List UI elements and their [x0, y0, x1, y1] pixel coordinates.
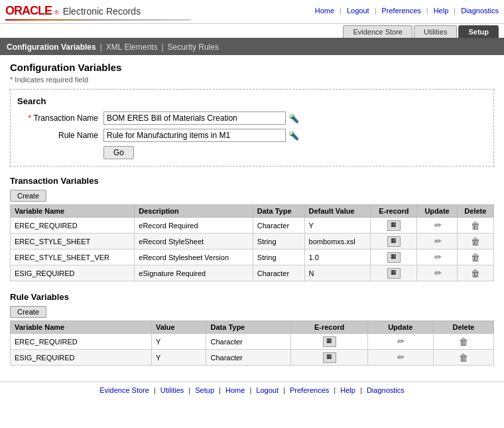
col-update: Update — [417, 205, 457, 218]
footer-sep-7: | — [360, 386, 362, 394]
footer-setup[interactable]: Setup — [195, 386, 214, 394]
logo-underline — [5, 19, 191, 21]
rv-update-2[interactable]: ✏ — [367, 350, 433, 366]
tv-var-name-3: EREC_STYLE_SHEET_VER — [11, 250, 135, 265]
breadcrumb-security-rules[interactable]: Security Rules — [168, 42, 219, 52]
rule-variables-create-button[interactable]: Create — [10, 306, 46, 318]
rv-value-1: Y — [151, 334, 206, 350]
transaction-variables-header-row: Variable Name Description Data Type Defa… — [11, 205, 494, 218]
tv-update-3[interactable]: ✏ — [417, 250, 457, 265]
go-button[interactable]: Go — [103, 146, 134, 159]
tab-bar: Evidence Store Utilities Setup — [0, 24, 504, 39]
col-variable-name: Variable Name — [11, 205, 135, 218]
rule-name-label: Rule Name — [17, 131, 103, 140]
tv-dtype-3: String — [253, 250, 304, 265]
rv-update-1[interactable]: ✏ — [367, 334, 433, 350]
tv-update-1[interactable]: ✏ — [417, 218, 457, 234]
rv-delete-2[interactable]: 🗑 — [433, 350, 493, 366]
rv-delete-1[interactable]: 🗑 — [433, 334, 493, 350]
col-default-value: Default Value — [304, 205, 371, 218]
footer-sep-2: | — [188, 386, 190, 394]
tv-erecord-2[interactable]: ▦ — [371, 234, 417, 250]
tv-desc-4: eSignature Required — [135, 265, 253, 281]
tab-evidence-store[interactable]: Evidence Store — [343, 25, 412, 38]
table-row: EREC_STYLE_SHEET eRecord StyleSheet Stri… — [11, 234, 494, 250]
rule-name-search-icon[interactable]: 🔦 — [288, 131, 299, 141]
tv-delete-4[interactable]: 🗑 — [457, 265, 493, 281]
table-row: ESIG_REQUIRED eSignature Required Charac… — [11, 265, 494, 281]
transaction-variables-create-button[interactable]: Create — [10, 190, 46, 202]
footer-diagnostics[interactable]: Diagnostics — [367, 386, 405, 394]
tv-var-name-1: EREC_REQUIRED — [11, 218, 135, 234]
logout-link[interactable]: Logout — [347, 7, 369, 15]
tv-delete-1[interactable]: 🗑 — [457, 218, 493, 234]
bc-sep1: | — [100, 42, 102, 52]
transaction-variables-table: Variable Name Description Data Type Defa… — [10, 204, 494, 281]
tv-update-2[interactable]: ✏ — [417, 234, 457, 250]
tv-defval-1: Y — [304, 218, 371, 234]
rule-name-row: Rule Name 🔦 — [17, 129, 487, 142]
top-nav: ORACLE ® Electronic Records Home | Logou… — [0, 0, 504, 24]
tv-update-4[interactable]: ✏ — [417, 265, 457, 281]
logo-reg: ® — [54, 9, 59, 16]
footer-help[interactable]: Help — [340, 386, 355, 394]
rule-variables-header-row: Variable Name Value Data Type E-record U… — [11, 321, 494, 334]
tv-desc-3: eRecord Stylesheet Version — [135, 250, 253, 265]
table-row: EREC_REQUIRED Y Character ▦ ✏ 🗑 — [11, 334, 494, 350]
tab-setup[interactable]: Setup — [458, 25, 499, 38]
footer-sep-4: | — [249, 386, 251, 394]
rv-dtype-2: Character — [206, 350, 291, 366]
tv-erecord-1[interactable]: ▦ — [371, 218, 417, 234]
col-data-type: Data Type — [253, 205, 304, 218]
tv-delete-2[interactable]: 🗑 — [457, 234, 493, 250]
col-description: Description — [135, 205, 253, 218]
breadcrumb-xml-elements[interactable]: XML Elements — [106, 42, 158, 52]
footer-evidence-store[interactable]: Evidence Store — [99, 386, 149, 394]
rv-erecord-2[interactable]: ▦ — [291, 350, 367, 366]
transaction-name-search-icon[interactable]: 🔦 — [288, 113, 299, 123]
page-title: Configuration Variables — [10, 62, 494, 73]
logo-area: ORACLE ® Electronic Records — [5, 4, 191, 21]
search-title: Search — [17, 96, 487, 106]
rule-variables-table: Variable Name Value Data Type E-record U… — [10, 321, 494, 366]
oracle-logo: ORACLE — [5, 4, 52, 18]
go-row: Go — [103, 146, 487, 159]
table-row: EREC_STYLE_SHEET_VER eRecord Stylesheet … — [11, 250, 494, 265]
rule-variables-section: Rule Variables Create Variable Name Valu… — [10, 292, 494, 366]
table-row: ESIG_REQUIRED Y Character ▦ ✏ 🗑 — [11, 350, 494, 366]
search-section: Search * Transaction Name 🔦 Rule Name 🔦 … — [10, 89, 494, 167]
tv-var-name-2: EREC_STYLE_SHEET — [11, 234, 135, 250]
rv-erecord-1[interactable]: ▦ — [291, 334, 367, 350]
rv-col-value: Value — [151, 321, 206, 334]
footer-preferences[interactable]: Preferences — [290, 386, 329, 394]
home-link[interactable]: Home — [315, 7, 334, 15]
tv-desc-2: eRecord StyleSheet — [135, 234, 253, 250]
rv-col-variable-name: Variable Name — [11, 321, 152, 334]
breadcrumb: Configuration Variables | XML Elements |… — [0, 39, 504, 55]
sep4: | — [454, 7, 456, 15]
footer-logout[interactable]: Logout — [256, 386, 279, 394]
page-content: Configuration Variables * Indicates requ… — [0, 55, 504, 382]
footer-sep-1: | — [154, 386, 156, 394]
col-erecord: E-record — [371, 205, 417, 218]
rule-name-input[interactable] — [103, 129, 286, 142]
table-row: EREC_REQUIRED eRecord Required Character… — [11, 218, 494, 234]
rv-col-update: Update — [367, 321, 433, 334]
tab-utilities[interactable]: Utilities — [414, 25, 457, 38]
rv-value-2: Y — [151, 350, 206, 366]
required-note: * Indicates required field — [10, 76, 494, 84]
tv-erecord-3[interactable]: ▦ — [371, 250, 417, 265]
footer-utilities[interactable]: Utilities — [160, 386, 184, 394]
diagnostics-link[interactable]: Diagnostics — [461, 7, 499, 15]
col-delete: Delete — [457, 205, 493, 218]
transaction-variables-title: Transaction Variables — [10, 176, 494, 186]
tv-delete-3[interactable]: 🗑 — [457, 250, 493, 265]
breadcrumb-active: Configuration Variables — [7, 42, 96, 52]
transaction-name-row: * Transaction Name 🔦 — [17, 111, 487, 125]
help-link[interactable]: Help — [434, 7, 449, 15]
preferences-link[interactable]: Preferences — [381, 7, 420, 15]
footer-home[interactable]: Home — [225, 386, 245, 394]
tv-erecord-4[interactable]: ▦ — [371, 265, 417, 281]
transaction-name-input[interactable] — [103, 111, 286, 125]
transaction-variables-section: Transaction Variables Create Variable Na… — [10, 176, 494, 281]
